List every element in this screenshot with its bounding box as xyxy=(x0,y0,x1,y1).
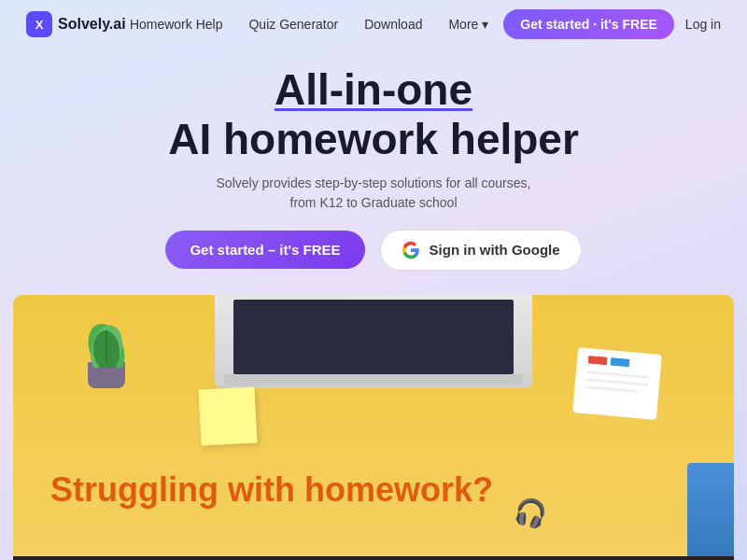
cta-row: Get started – it's FREE Sign in with Goo… xyxy=(19,230,728,271)
nav-links: Homework Help Quiz Generator Download Mo… xyxy=(130,16,488,33)
google-icon xyxy=(402,241,420,259)
hero-subtitle-line1: Solvely provides step-by-step solutions … xyxy=(217,175,531,190)
logo[interactable]: X Solvely.ai xyxy=(26,11,126,37)
nav-more-button[interactable]: More ▾ xyxy=(448,17,488,32)
brand-name: Solvely.ai xyxy=(58,16,126,33)
nav-login-button[interactable]: Log in xyxy=(685,17,721,32)
video-container: Struggling with homework? 🎧 ▶ 0:00 / 0:2… xyxy=(13,295,734,560)
video-scene: Struggling with homework? 🎧 xyxy=(13,295,734,556)
video-controls-bar: ▶ 0:00 / 0:25 🔊 ⛶ ⋮ xyxy=(13,556,734,560)
plant-leaves-icon xyxy=(69,312,144,368)
nav-homework-help[interactable]: Homework Help xyxy=(130,17,223,32)
get-started-button[interactable]: Get started – it's FREE xyxy=(165,231,364,269)
laptop xyxy=(215,295,532,388)
laptop-keyboard xyxy=(224,374,523,385)
nav-quiz-generator[interactable]: Quiz Generator xyxy=(248,17,338,32)
sticky-note-decoration xyxy=(198,386,257,445)
document-decoration xyxy=(572,347,662,420)
hero-title-line1: All-in-one xyxy=(275,65,472,114)
google-signin-button[interactable]: Sign in with Google xyxy=(380,230,582,271)
hero-title: All-in-one AI homework helper xyxy=(19,65,728,164)
blue-accent-decoration xyxy=(687,463,734,556)
hero-subtitle: Solvely provides step-by-step solutions … xyxy=(19,174,728,213)
laptop-screen xyxy=(233,300,514,374)
navbar: X Solvely.ai Homework Help Quiz Generato… xyxy=(0,0,747,49)
hero-title-line2: AI homework helper xyxy=(168,115,579,163)
hero-subtitle-line2: from K12 to Graduate school xyxy=(290,195,458,210)
nav-cta-button[interactable]: Get started · it's FREE xyxy=(503,9,673,39)
chevron-down-icon: ▾ xyxy=(482,17,488,32)
plant-decoration xyxy=(69,314,144,388)
nav-download[interactable]: Download xyxy=(364,17,422,32)
google-signin-label: Sign in with Google xyxy=(430,242,560,258)
logo-letter: X xyxy=(35,18,44,32)
logo-icon: X xyxy=(26,11,52,37)
struggling-text: Struggling with homework? xyxy=(13,470,734,510)
hero-section: All-in-one AI homework helper Solvely pr… xyxy=(0,49,747,286)
